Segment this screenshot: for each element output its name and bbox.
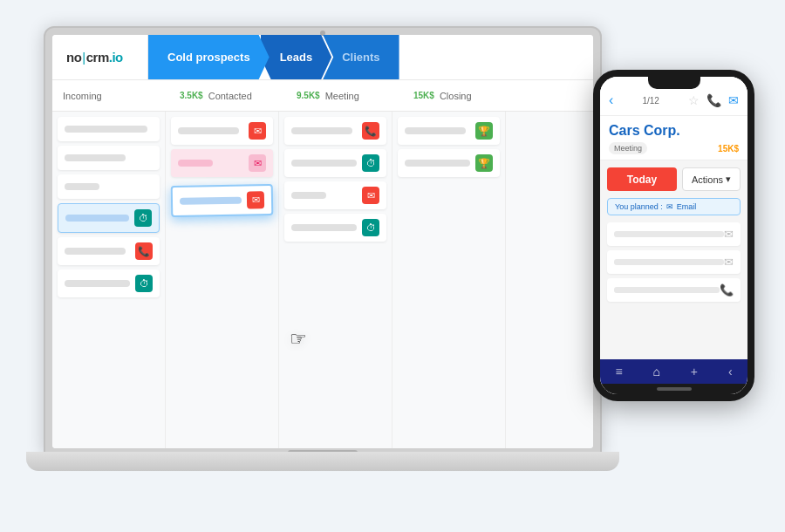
pipeline-col-closing: 🏆 🏆 bbox=[392, 112, 506, 448]
nav-back-icon[interactable]: ‹ bbox=[728, 365, 733, 379]
phone-call-icon[interactable]: 📞 bbox=[706, 93, 721, 107]
mail2-icon-badge: ✉ bbox=[249, 154, 266, 172]
pipeline-content: ⏱ 📞 ⏱ bbox=[52, 112, 593, 448]
card-text bbox=[65, 183, 99, 190]
phone-screen: ‹ 1/12 ☆ 📞 ✉ Cars Corp. Meeting 15K$ bbox=[600, 77, 747, 394]
clock3-icon-badge: ⏱ bbox=[362, 154, 379, 172]
laptop-screen-outer: no|crm.io Cold prospects Leads Clients bbox=[44, 26, 602, 454]
card-text bbox=[180, 197, 242, 205]
pipeline-col-contacted: ✉ ✉ ✉ bbox=[166, 112, 279, 448]
logo-crm: crm bbox=[86, 50, 109, 65]
card-closing-2[interactable]: 🏆 bbox=[398, 149, 500, 177]
phone-card-3[interactable]: 📞 bbox=[607, 278, 741, 302]
nav-tabs: Cold prospects Leads Clients bbox=[148, 35, 593, 79]
mail3-icon-badge: ✉ bbox=[247, 191, 264, 208]
logo-ext: .io bbox=[109, 50, 123, 65]
laptop-base bbox=[26, 452, 619, 471]
card-contacted-dragging[interactable]: ✉ bbox=[171, 184, 274, 217]
actions-button[interactable]: Actions ▾ bbox=[682, 167, 741, 191]
col-contacted-label: Contacted bbox=[208, 91, 252, 101]
mail-icon-badge: ✉ bbox=[249, 122, 266, 140]
phone-card-1[interactable]: ✉ bbox=[607, 222, 741, 246]
actions-label: Actions bbox=[692, 174, 723, 185]
card-mail2-icon: ✉ bbox=[724, 256, 734, 269]
card-text bbox=[405, 160, 470, 167]
col-header-contacted: 3.5K$ Contacted bbox=[180, 91, 293, 101]
logo-separator: | bbox=[82, 50, 85, 65]
phone-action-icons: ☆ 📞 ✉ bbox=[688, 93, 739, 107]
phone-device: ‹ 1/12 ☆ 📞 ✉ Cars Corp. Meeting 15K$ bbox=[593, 70, 754, 401]
card-text bbox=[291, 192, 326, 199]
card-text bbox=[65, 126, 147, 133]
nav-add-icon[interactable]: + bbox=[691, 365, 698, 379]
pipeline-col-meeting: 📞 ⏱ ✉ ⏱ bbox=[279, 112, 392, 448]
col-header-incoming: Incoming bbox=[63, 91, 176, 101]
planned-label: You planned : bbox=[615, 202, 663, 211]
card-incoming-3[interactable] bbox=[58, 174, 160, 199]
trophy-icon-badge: 🏆 bbox=[475, 122, 493, 140]
star-icon[interactable]: ☆ bbox=[688, 93, 700, 107]
card-incoming-5[interactable]: 📞 bbox=[58, 237, 160, 265]
tab-clients[interactable]: Clients bbox=[323, 35, 399, 79]
col-header-closing: 15K$ Closing bbox=[413, 91, 527, 101]
card-incoming-2[interactable] bbox=[58, 146, 160, 170]
col-header-meeting: 9.5K$ Meeting bbox=[297, 91, 410, 101]
phone-card-2[interactable]: ✉ bbox=[607, 250, 741, 274]
card-meeting-3[interactable]: ✉ bbox=[284, 181, 386, 209]
card-meeting-2[interactable]: ⏱ bbox=[284, 149, 386, 177]
clock4-icon-badge: ⏱ bbox=[362, 219, 379, 236]
company-name: Cars Corp. bbox=[609, 123, 739, 139]
card-contacted-1[interactable]: ✉ bbox=[171, 117, 273, 145]
today-button[interactable]: Today bbox=[607, 167, 677, 191]
tab-leads[interactable]: Leads bbox=[261, 35, 332, 79]
planned-type: Email bbox=[677, 202, 697, 211]
phone2-icon-badge: 📞 bbox=[362, 122, 379, 140]
nav-home-icon[interactable]: ⌂ bbox=[652, 365, 659, 379]
phone-bottom-nav: ≡ ⌂ + ‹ bbox=[600, 359, 747, 384]
trophy2-icon-badge: 🏆 bbox=[475, 154, 493, 172]
phone-card-text bbox=[614, 287, 720, 293]
phone-stage-row: Meeting 15K$ bbox=[609, 142, 739, 154]
phone-action-buttons: Today Actions ▾ bbox=[607, 167, 741, 191]
record-counter: 1/12 bbox=[642, 96, 659, 106]
col-contacted-value: 3.5K$ bbox=[180, 91, 203, 100]
back-icon[interactable]: ‹ bbox=[609, 92, 613, 108]
tab-cold-prospects-label: Cold prospects bbox=[167, 51, 250, 64]
card-text bbox=[405, 127, 466, 134]
logo-brand: no bbox=[66, 50, 81, 65]
card-incoming-4[interactable]: ⏱ bbox=[58, 203, 160, 233]
mail4-icon-badge: ✉ bbox=[362, 187, 379, 204]
card-text bbox=[178, 127, 239, 134]
laptop-screen: no|crm.io Cold prospects Leads Clients bbox=[52, 35, 593, 448]
card-contacted-2[interactable]: ✉ bbox=[171, 149, 273, 177]
col-meeting-label: Meeting bbox=[325, 91, 359, 101]
tab-cold-prospects[interactable]: Cold prospects bbox=[148, 35, 270, 79]
pipeline-header: Incoming 3.5K$ Contacted 9.5K$ Meeting 1… bbox=[52, 80, 593, 112]
deal-amount: 15K$ bbox=[718, 144, 739, 153]
card-text bbox=[65, 248, 126, 255]
card-phone-icon: 📞 bbox=[720, 283, 734, 297]
app-header: no|crm.io Cold prospects Leads Clients bbox=[52, 35, 593, 80]
card-meeting-1[interactable]: 📞 bbox=[284, 117, 386, 145]
col-incoming-label: Incoming bbox=[63, 91, 102, 101]
phone-card-text bbox=[614, 231, 724, 237]
col-closing-label: Closing bbox=[440, 91, 472, 101]
pipeline-col-incoming: ⏱ 📞 ⏱ bbox=[52, 112, 166, 448]
card-text bbox=[65, 154, 126, 161]
phone-mail-icon[interactable]: ✉ bbox=[728, 93, 739, 107]
nav-menu-icon[interactable]: ≡ bbox=[615, 365, 622, 379]
clock-icon-badge: ⏱ bbox=[134, 209, 152, 227]
col-meeting-value: 9.5K$ bbox=[297, 91, 320, 100]
card-text bbox=[291, 160, 357, 167]
tab-clients-label: Clients bbox=[342, 51, 379, 64]
card-meeting-4[interactable]: ⏱ bbox=[284, 214, 386, 242]
card-closing-1[interactable]: 🏆 bbox=[398, 117, 500, 145]
card-mail-icon: ✉ bbox=[724, 228, 734, 241]
card-incoming-1[interactable] bbox=[58, 117, 160, 141]
laptop-device: no|crm.io Cold prospects Leads Clients bbox=[26, 26, 619, 471]
card-incoming-6[interactable]: ⏱ bbox=[58, 269, 160, 297]
logo: no|crm.io bbox=[66, 50, 123, 65]
phone-card-text bbox=[614, 259, 724, 265]
mail-small-icon: ✉ bbox=[666, 202, 673, 211]
home-bar bbox=[657, 387, 692, 391]
